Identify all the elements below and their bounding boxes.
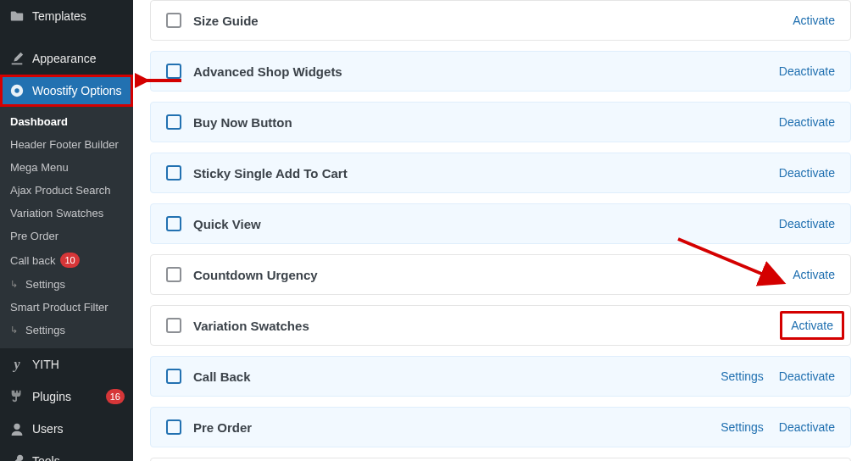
plug-icon xyxy=(8,388,25,405)
sidebar-item-label: Tools xyxy=(32,454,125,461)
sidebar-item-plugins[interactable]: Plugins 16 xyxy=(0,380,133,413)
sidebar-subitem-settings-1[interactable]: ↳ Settings xyxy=(0,273,133,296)
module-title: Quick View xyxy=(193,217,779,231)
module-card: Buy Now ButtonDeactivate xyxy=(150,102,851,142)
sidebar-subitem-dashboard[interactable]: Dashboard xyxy=(0,110,133,133)
module-card: Size GuideActivate xyxy=(150,0,851,41)
module-title: Advanced Shop Widgets xyxy=(193,64,779,79)
sidebar-subitem-mega-menu[interactable]: Mega Menu xyxy=(0,156,133,179)
sidebar-item-woostify-options[interactable]: Woostify Options xyxy=(0,75,133,107)
sidebar-submenu: Dashboard Header Footer Builder Mega Men… xyxy=(0,107,133,348)
module-checkbox[interactable] xyxy=(166,318,181,333)
module-actions: Deactivate xyxy=(779,166,835,180)
module-title: Countdown Urgency xyxy=(193,268,793,282)
folder-icon xyxy=(8,8,25,25)
module-card: Variation SwatchesActivate xyxy=(150,305,851,346)
sidebar-item-yith[interactable]: y YITH xyxy=(0,348,133,380)
sidebar: Templates Appearance Woostify Options Da… xyxy=(0,0,133,461)
sidebar-subitem-variation-swatches[interactable]: Variation Swatches xyxy=(0,202,133,225)
sidebar-subitem-header-footer-builder[interactable]: Header Footer Builder xyxy=(0,133,133,156)
sidebar-item-label: Plugins xyxy=(32,390,101,403)
module-card: Sale NotificationActivate xyxy=(150,458,851,461)
module-card: Advanced Shop WidgetsDeactivate xyxy=(150,51,851,92)
deactivate-link[interactable]: Deactivate xyxy=(779,217,835,230)
deactivate-link[interactable]: Deactivate xyxy=(779,64,835,78)
sidebar-item-users[interactable]: Users xyxy=(0,413,133,445)
module-card: Sticky Single Add To CartDeactivate xyxy=(150,153,851,193)
yith-icon: y xyxy=(8,356,25,373)
deactivate-link[interactable]: Deactivate xyxy=(779,115,835,129)
sidebar-item-label: Users xyxy=(32,422,125,436)
module-actions: Activate xyxy=(793,268,835,281)
module-actions: Deactivate xyxy=(779,217,835,230)
sidebar-item-tools[interactable]: Tools xyxy=(0,445,133,461)
activate-link[interactable]: Activate xyxy=(780,311,844,340)
module-checkbox[interactable] xyxy=(166,369,181,384)
module-title: Pre Order xyxy=(193,420,721,435)
module-checkbox[interactable] xyxy=(166,216,181,231)
woostify-icon xyxy=(8,82,25,99)
module-card: Call BackSettingsDeactivate xyxy=(150,356,851,397)
svg-point-1 xyxy=(14,88,19,92)
module-actions: Activate xyxy=(793,14,835,27)
module-actions: Deactivate xyxy=(779,115,835,129)
sidebar-subitem-ajax-product-search[interactable]: Ajax Product Search xyxy=(0,179,133,202)
deactivate-link[interactable]: Deactivate xyxy=(779,369,835,383)
count-badge: 10 xyxy=(60,253,79,268)
module-card: Countdown UrgencyActivate xyxy=(150,254,851,295)
module-title: Variation Swatches xyxy=(193,319,789,333)
module-actions: Deactivate xyxy=(779,64,835,78)
user-icon xyxy=(8,420,25,437)
module-checkbox[interactable] xyxy=(166,64,181,79)
settings-link[interactable]: Settings xyxy=(721,369,764,383)
main-content: Size GuideActivateAdvanced Shop WidgetsD… xyxy=(133,0,868,461)
sidebar-subitem-pre-order[interactable]: Pre Order xyxy=(0,225,133,247)
module-title: Call Back xyxy=(193,369,721,384)
module-actions: SettingsDeactivate xyxy=(721,369,835,383)
svg-point-2 xyxy=(14,424,19,430)
module-checkbox[interactable] xyxy=(166,267,181,282)
module-card: Quick ViewDeactivate xyxy=(150,203,851,244)
module-card: Pre OrderSettingsDeactivate xyxy=(150,407,851,447)
deactivate-link[interactable]: Deactivate xyxy=(779,420,835,434)
sidebar-item-templates[interactable]: Templates xyxy=(0,0,133,32)
module-actions: Activate xyxy=(789,318,835,333)
activate-link[interactable]: Activate xyxy=(793,14,835,27)
activate-link[interactable]: Activate xyxy=(793,268,835,281)
sidebar-item-label: Templates xyxy=(32,9,125,23)
module-title: Sticky Single Add To Cart xyxy=(193,166,779,181)
arrow-return-icon: ↳ xyxy=(10,279,22,290)
sidebar-item-appearance[interactable]: Appearance xyxy=(0,42,133,75)
sidebar-item-label: Appearance xyxy=(32,52,125,65)
deactivate-link[interactable]: Deactivate xyxy=(779,166,835,180)
arrow-return-icon: ↳ xyxy=(10,325,22,336)
sidebar-subitem-settings-2[interactable]: ↳ Settings xyxy=(0,319,133,342)
count-badge: 16 xyxy=(106,389,125,404)
sidebar-item-label: YITH xyxy=(32,358,125,371)
module-checkbox[interactable] xyxy=(166,165,181,181)
sidebar-subitem-call-back[interactable]: Call back 10 xyxy=(0,247,133,273)
wrench-icon xyxy=(8,453,25,461)
brush-icon xyxy=(8,50,25,67)
module-actions: SettingsDeactivate xyxy=(721,420,835,434)
module-checkbox[interactable] xyxy=(166,13,181,28)
sidebar-item-label: Woostify Options xyxy=(32,84,125,97)
module-checkbox[interactable] xyxy=(166,419,181,435)
module-checkbox[interactable] xyxy=(166,114,181,130)
sidebar-subitem-smart-product-filter[interactable]: Smart Product Filter xyxy=(0,296,133,319)
module-title: Size Guide xyxy=(193,14,793,28)
settings-link[interactable]: Settings xyxy=(721,420,764,434)
module-title: Buy Now Button xyxy=(193,115,779,130)
